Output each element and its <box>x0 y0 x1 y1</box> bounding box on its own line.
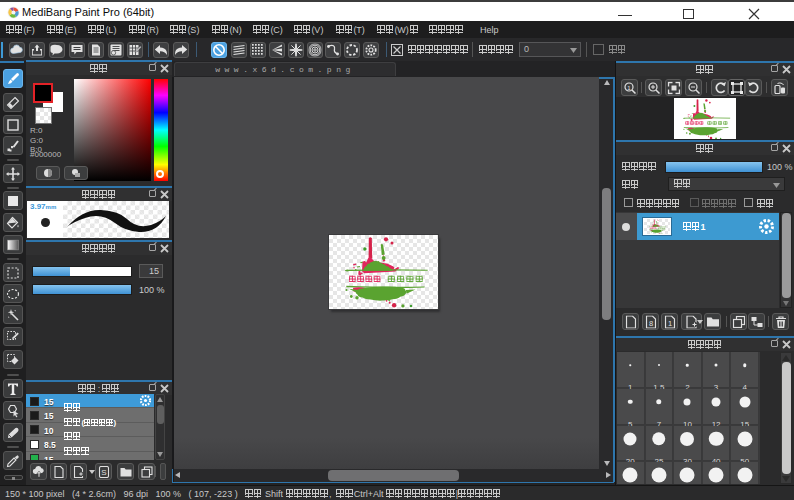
svg-text:8: 8 <box>648 318 652 327</box>
svg-text:S: S <box>101 468 106 477</box>
svg-text:1: 1 <box>667 318 671 327</box>
svg-text:1: 1 <box>627 84 631 90</box>
